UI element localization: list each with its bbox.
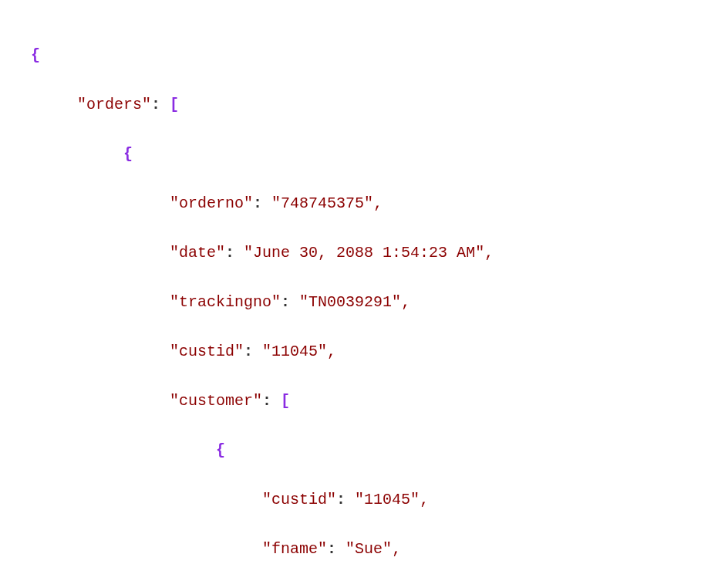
code-line: "custid": "11045",	[31, 488, 697, 512]
code-line: {	[31, 142, 697, 167]
json-key: "custid"	[262, 491, 336, 508]
code-line: "trackingno": "TN0039291",	[31, 290, 697, 315]
json-value: "Sue"	[345, 540, 392, 558]
code-line: "customer": [	[31, 389, 697, 414]
bracket-open: [	[170, 96, 179, 113]
json-value: "TN0039291"	[299, 293, 401, 311]
json-key: "fname"	[262, 540, 327, 558]
bracket-open: [	[281, 392, 290, 410]
json-value: "June 30, 2088 1:54:23 AM"	[244, 244, 484, 262]
json-key: "date"	[170, 244, 225, 262]
code-line: "fname": "Sue",	[31, 537, 697, 562]
code-line: {	[31, 43, 697, 68]
json-key: "orderno"	[170, 194, 253, 212]
code-line: "orderno": "748745375",	[31, 191, 697, 216]
json-value: "11045"	[262, 343, 327, 360]
code-line: "orders": [	[31, 93, 697, 117]
code-line: "custid": "11045",	[31, 339, 697, 364]
brace-open: {	[31, 46, 40, 64]
json-key: "trackingno"	[170, 293, 281, 311]
brace-open: {	[123, 145, 133, 163]
code-line: {	[31, 438, 697, 463]
json-key: "customer"	[170, 392, 262, 410]
json-key: "orders"	[77, 96, 151, 113]
json-value: "748745375"	[271, 194, 373, 212]
code-line: "date": "June 30, 2088 1:54:23 AM",	[31, 241, 697, 265]
json-key: "custid"	[170, 343, 244, 360]
json-value: "11045"	[355, 491, 420, 508]
json-code-block: { "orders": [ { "orderno": "748745375", …	[31, 19, 697, 564]
brace-open: {	[216, 441, 225, 459]
